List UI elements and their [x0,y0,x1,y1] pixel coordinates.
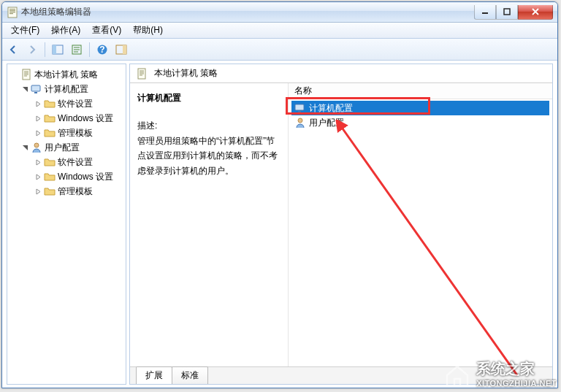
document-icon [20,69,32,80]
tree-label: 计算机配置 [45,83,88,96]
description-text: 管理员用组策略中的“计算机配置”节点设置应用到计算机的策略，而不考虑登录到计算机… [137,134,280,178]
tree-label: 软件设置 [58,156,93,169]
user-icon [31,142,42,153]
tree-pane-icon [52,44,64,55]
titlebar: 本地组策略编辑器 [2,2,557,23]
expander-open-icon[interactable] [20,143,29,152]
folder-icon [44,171,56,182]
tree-label: 软件设置 [58,98,93,110]
expander-open-icon[interactable] [20,85,29,93]
tree-pane[interactable]: 本地计算机 策略 计算机配置 软件设置 Windows 设置 [7,64,126,385]
computer-icon [31,83,42,95]
tree-label: Windows 设置 [58,171,113,183]
selection-heading: 计算机配置 [137,91,280,105]
menu-action[interactable]: 操作(A) [45,23,86,38]
svg-rect-16 [34,92,37,93]
svg-rect-13 [123,45,126,54]
expander-closed-icon[interactable] [34,128,42,137]
svg-rect-20 [298,111,301,112]
arrow-right-icon [26,44,38,55]
tree-admin-templates[interactable]: 管理模板 [7,184,126,199]
folder-icon [44,156,56,168]
description-label: 描述: [137,118,280,133]
expander-closed-icon[interactable] [34,158,42,166]
app-icon [7,7,18,18]
list-item-label: 计算机配置 [309,102,353,115]
tree-user-config[interactable]: 用户配置 [7,140,126,155]
menu-help[interactable]: 帮助(H) [127,23,169,38]
list-item-user-config[interactable]: 用户配置 [291,115,549,130]
toolbar-separator [89,42,90,57]
tree-label: 管理模板 [58,127,93,139]
svg-rect-8 [53,45,56,54]
app-window: 本地组策略编辑器 文件(F) 操作(A) 查看(V) 帮助(H) ? [1,1,558,388]
forward-button[interactable] [24,42,40,58]
details-header: 本地计算机 策略 [130,64,552,83]
document-icon [136,68,148,80]
action-pane-icon [115,44,127,55]
column-header-name[interactable]: 名称 [289,83,552,99]
svg-rect-6 [504,9,510,15]
tree-windows-settings[interactable]: Windows 设置 [7,111,126,126]
svg-point-21 [298,118,302,123]
client-area: 本地计算机 策略 计算机配置 软件设置 Windows 设置 [2,61,557,388]
computer-icon [294,102,306,114]
view-tabs: 扩展 标准 [130,366,552,384]
toolbar: ? [2,39,557,61]
details-pane: 本地计算机 策略 计算机配置 描述: 管理员用组策略中的“计算机配置”节点设置应… [129,64,553,385]
maximize-button[interactable] [496,5,518,20]
list-icon [71,44,83,55]
list-item-label: 用户配置 [309,117,344,129]
tab-standard[interactable]: 标准 [172,366,208,384]
expander-closed-icon[interactable] [34,114,42,123]
details-body: 计算机配置 描述: 管理员用组策略中的“计算机配置”节点设置应用到计算机的策略，… [130,83,552,366]
tree-admin-templates[interactable]: 管理模板 [7,126,126,140]
svg-rect-1 [9,9,15,9]
svg-rect-3 [9,12,15,12]
tree-software-settings[interactable]: 软件设置 [7,155,126,169]
show-hide-action-button[interactable] [113,42,129,58]
folder-icon [44,112,56,124]
menubar: 文件(F) 操作(A) 查看(V) 帮助(H) [2,23,557,39]
items-list: 名称 计算机配置 用户配置 [288,83,552,366]
tree-label: Windows 设置 [58,112,113,125]
expander-closed-icon[interactable] [34,99,42,108]
list-item-computer-config[interactable]: 计算机配置 [291,101,549,115]
tree-root[interactable]: 本地计算机 策略 [7,67,126,82]
back-button[interactable] [5,42,21,58]
details-header-title: 本地计算机 策略 [154,67,218,80]
tree-software-settings[interactable]: 软件设置 [7,96,126,111]
tree-label: 本地计算机 策略 [34,69,98,81]
items-container: 计算机配置 用户配置 [289,99,552,131]
arrow-left-icon [7,44,19,55]
expander-closed-icon[interactable] [34,172,42,181]
svg-rect-2 [9,10,15,11]
export-list-button[interactable] [69,42,85,58]
tree-label: 用户配置 [45,142,80,154]
folder-icon [44,185,56,197]
minimize-button[interactable] [474,5,496,20]
window-title: 本地组策略编辑器 [21,6,474,18]
help-button[interactable]: ? [94,42,110,58]
expander-closed-icon[interactable] [34,187,42,196]
menu-file[interactable]: 文件(F) [5,23,45,38]
show-hide-tree-button[interactable] [50,42,66,58]
window-buttons [474,5,553,20]
tree-windows-settings[interactable]: Windows 设置 [7,169,126,184]
menu-view[interactable]: 查看(V) [86,23,127,38]
svg-rect-5 [482,12,488,14]
folder-icon [44,127,56,139]
tree-label: 管理模板 [58,185,93,198]
tree-computer-config[interactable]: 计算机配置 [7,82,126,96]
toolbar-separator [45,42,45,57]
policy-tree: 本地计算机 策略 计算机配置 软件设置 Windows 设置 [7,64,126,201]
svg-text:?: ? [99,45,104,55]
folder-icon [44,98,56,109]
help-icon: ? [96,44,108,55]
svg-point-17 [34,143,39,147]
tab-extended[interactable]: 扩展 [136,366,172,384]
svg-rect-4 [9,13,13,14]
expander-icon[interactable] [10,70,19,79]
user-icon [294,117,306,128]
close-button[interactable] [518,5,553,20]
